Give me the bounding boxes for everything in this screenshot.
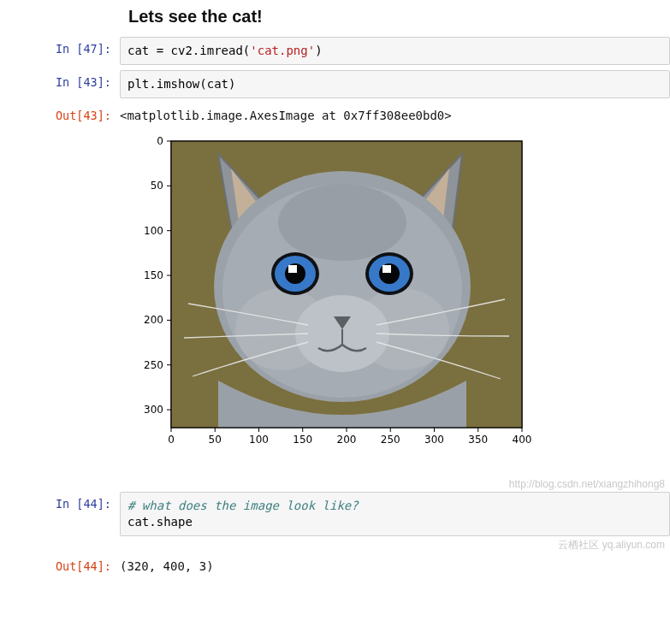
ytick-label: 0: [157, 135, 163, 147]
xtick-label: 350: [468, 434, 488, 446]
code-cell: In [44]: # what does the image look like…: [9, 492, 670, 536]
input-prompt: In [43]:: [9, 70, 120, 89]
input-prompt: In [47]:: [9, 37, 120, 56]
ytick-label: 300: [144, 404, 163, 416]
xtick-label: 0: [168, 434, 175, 446]
code-cell: In [47]: cat = cv2.imread('cat.png'): [9, 37, 670, 65]
code-input[interactable]: # what does the image look like? cat.sha…: [120, 492, 670, 536]
code-token: cat.shape: [127, 515, 193, 529]
markdown-heading: Lets see the cat!: [128, 7, 670, 27]
output-cell: Out[44]: (320, 400, 3): [9, 554, 670, 578]
ytick-label: 50: [151, 180, 163, 192]
svg-rect-11: [288, 265, 297, 273]
output-text: <matplotlib.image.AxesImage at 0x7ff308e…: [120, 103, 670, 127]
watermark-text: 云栖社区 yq.aliyun.com: [9, 538, 665, 552]
code-cell: In [43]: plt.imshow(cat): [9, 70, 670, 98]
code-token: plt.imshow(cat): [127, 77, 235, 91]
input-prompt: In [44]:: [9, 492, 120, 511]
code-token: ): [315, 44, 322, 57]
code-comment: # what does the image look like?: [127, 499, 359, 512]
code-token: cat = cv2.imread(: [127, 44, 250, 57]
ytick-label: 200: [144, 314, 163, 326]
ytick-label: 150: [144, 269, 163, 281]
svg-rect-15: [382, 265, 391, 273]
code-input[interactable]: cat = cv2.imread('cat.png'): [120, 37, 670, 65]
ytick-label: 250: [144, 358, 163, 370]
output-prompt: Out[43]:: [9, 103, 120, 122]
xtick-label: 250: [381, 434, 400, 446]
plot-svg: 0 50 100 150 200 250 300 0 50 100 150 20…: [120, 133, 548, 473]
watermark-text: http://blog.csdn.net/xiangzhihong8: [9, 478, 665, 490]
plot-output: 0 50 100 150 200 250 300 0 50 100 150 20…: [120, 133, 670, 473]
xtick-label: 100: [249, 434, 269, 446]
xtick-label: 150: [293, 434, 312, 446]
ytick-label: 100: [144, 224, 163, 236]
xtick-label: 50: [209, 434, 222, 446]
code-input[interactable]: plt.imshow(cat): [120, 70, 670, 98]
output-cell: Out[43]: <matplotlib.image.AxesImage at …: [9, 103, 670, 127]
output-prompt: Out[44]:: [9, 554, 120, 573]
xtick-label: 300: [424, 434, 444, 446]
output-text: (320, 400, 3): [120, 554, 670, 578]
xtick-label: 400: [513, 434, 532, 446]
svg-point-16: [278, 184, 406, 261]
code-string: 'cat.png': [250, 44, 315, 57]
xtick-label: 200: [337, 434, 357, 446]
